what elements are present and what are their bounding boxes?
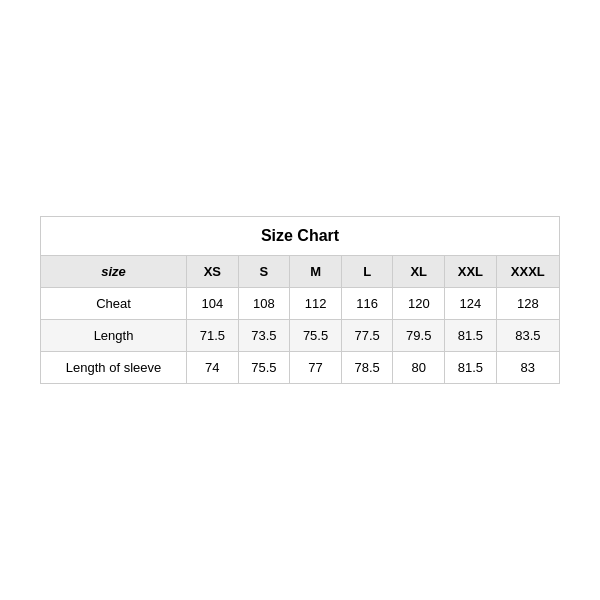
- col-header-xxxl: XXXL: [496, 256, 559, 288]
- row-label-length: Length: [41, 320, 187, 352]
- col-header-xxl: XXL: [445, 256, 497, 288]
- cell-sleeve-s: 75.5: [238, 352, 290, 384]
- cell-sleeve-l: 78.5: [341, 352, 393, 384]
- cell-cheat-l: 116: [341, 288, 393, 320]
- header-row: size XS S M L XL XXL XXXL: [41, 256, 560, 288]
- col-header-xl: XL: [393, 256, 445, 288]
- table-row: Cheat 104 108 112 116 120 124 128: [41, 288, 560, 320]
- col-header-l: L: [341, 256, 393, 288]
- table-row: Length 71.5 73.5 75.5 77.5 79.5 81.5 83.…: [41, 320, 560, 352]
- cell-length-xxxl: 83.5: [496, 320, 559, 352]
- row-label-sleeve: Length of sleeve: [41, 352, 187, 384]
- cell-length-xs: 71.5: [187, 320, 239, 352]
- table-title: Size Chart: [41, 217, 560, 256]
- size-chart-container: Size Chart size XS S M L XL XXL XXXL Che…: [40, 216, 560, 384]
- col-header-xs: XS: [187, 256, 239, 288]
- cell-cheat-xxxl: 128: [496, 288, 559, 320]
- cell-sleeve-xxxl: 83: [496, 352, 559, 384]
- table-row: Length of sleeve 74 75.5 77 78.5 80 81.5…: [41, 352, 560, 384]
- cell-sleeve-xl: 80: [393, 352, 445, 384]
- cell-length-xl: 79.5: [393, 320, 445, 352]
- cell-sleeve-xs: 74: [187, 352, 239, 384]
- cell-cheat-xs: 104: [187, 288, 239, 320]
- cell-sleeve-xxl: 81.5: [445, 352, 497, 384]
- cell-cheat-xxl: 124: [445, 288, 497, 320]
- cell-length-l: 77.5: [341, 320, 393, 352]
- cell-length-xxl: 81.5: [445, 320, 497, 352]
- cell-sleeve-m: 77: [290, 352, 342, 384]
- col-header-size: size: [41, 256, 187, 288]
- row-label-cheat: Cheat: [41, 288, 187, 320]
- cell-cheat-xl: 120: [393, 288, 445, 320]
- col-header-s: S: [238, 256, 290, 288]
- col-header-m: M: [290, 256, 342, 288]
- size-chart-table: Size Chart size XS S M L XL XXL XXXL Che…: [40, 216, 560, 384]
- cell-cheat-m: 112: [290, 288, 342, 320]
- title-row: Size Chart: [41, 217, 560, 256]
- cell-cheat-s: 108: [238, 288, 290, 320]
- cell-length-m: 75.5: [290, 320, 342, 352]
- cell-length-s: 73.5: [238, 320, 290, 352]
